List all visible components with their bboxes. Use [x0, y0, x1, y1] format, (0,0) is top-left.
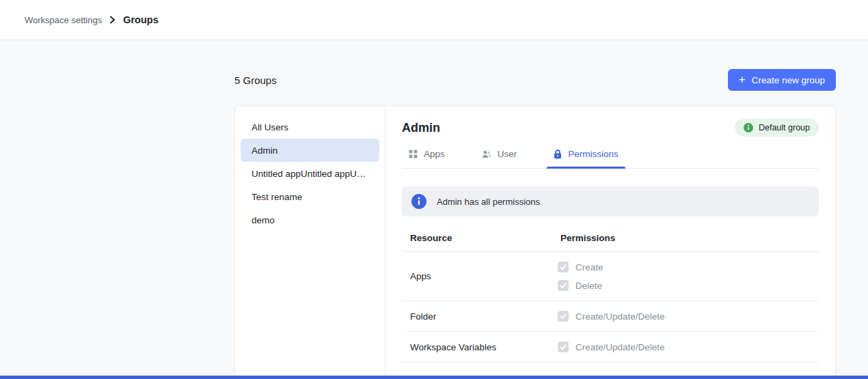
permission-folder-cud: Create/Update/Delete — [558, 311, 819, 322]
permissions-info-banner: Admin has all permissions — [402, 186, 819, 216]
breadcrumb-current-groups: Groups — [123, 14, 159, 25]
page-head: 5 Groups + Create new group — [234, 69, 836, 91]
group-title: Admin — [402, 121, 440, 135]
permission-checkbox-checked — [558, 280, 569, 291]
resource-label: Apps — [402, 271, 552, 281]
lock-icon — [554, 150, 562, 159]
permissions-table-header: Resource Permissions — [402, 227, 819, 252]
group-detail-head: Admin Default group — [402, 119, 819, 137]
apps-grid-icon — [409, 150, 418, 158]
groups-card: All Users Admin Untitled appUntitled app… — [234, 105, 836, 379]
group-item-all-users[interactable]: All Users — [241, 115, 379, 139]
tab-user[interactable]: User — [475, 145, 524, 168]
plus-icon: + — [739, 74, 746, 85]
default-group-badge-label: Default group — [759, 123, 810, 132]
groups-count-label: 5 Groups — [234, 74, 277, 86]
tab-user-label: User — [498, 149, 517, 159]
group-item-untitled-app[interactable]: Untitled appUntitled appUntitle… — [241, 162, 379, 185]
tab-permissions-label: Permissions — [568, 149, 619, 159]
permissions-table: Resource Permissions Apps Create — [402, 227, 819, 363]
create-new-group-button[interactable]: + Create new group — [728, 69, 836, 91]
column-header-resource: Resource — [402, 233, 552, 243]
resource-label: Workspace Variables — [402, 342, 552, 352]
group-list: All Users Admin Untitled appUntitled app… — [235, 106, 385, 379]
chevron-right-icon — [109, 16, 116, 24]
group-detail: Admin Default group Apps — [385, 106, 835, 379]
permission-label: Create/Update/Delete — [575, 311, 665, 322]
permission-checkbox-checked — [558, 262, 569, 272]
tab-apps-label: Apps — [424, 149, 445, 159]
tab-apps[interactable]: Apps — [402, 145, 452, 168]
permission-label: Create — [575, 262, 603, 272]
resource-label: Folder — [402, 311, 552, 322]
bottom-edge-bar — [0, 376, 868, 379]
breadcrumb: Workspace settings Groups — [25, 14, 159, 25]
group-item-admin[interactable]: Admin — [241, 139, 379, 162]
breadcrumb-workspace-settings[interactable]: Workspace settings — [25, 15, 102, 25]
permission-apps-create: Create — [558, 262, 819, 272]
topbar: Workspace settings Groups — [0, 0, 868, 40]
group-item-test-rename[interactable]: Test rename — [241, 185, 379, 208]
tabs: Apps User Permissions — [402, 145, 819, 169]
group-item-demo[interactable]: demo — [241, 208, 379, 231]
default-group-badge: Default group — [735, 119, 819, 137]
tab-permissions[interactable]: Permissions — [547, 145, 625, 168]
column-header-permissions: Permissions — [552, 233, 819, 243]
table-row-folder: Folder Create/Update/Delete — [402, 301, 819, 332]
permission-checkbox-checked — [558, 341, 569, 352]
permission-apps-delete: Delete — [558, 280, 819, 291]
permissions-info-text: Admin has all permissions — [437, 197, 540, 207]
create-new-group-label: Create new group — [752, 75, 825, 85]
permission-workspace-variables-cud: Create/Update/Delete — [558, 341, 819, 352]
table-row-apps: Apps Create Delete — [402, 252, 819, 301]
users-icon — [482, 150, 491, 158]
info-circle-icon — [411, 194, 426, 209]
groups-page: 5 Groups + Create new group All Users Ad… — [234, 69, 836, 379]
permission-checkbox-checked — [558, 311, 569, 322]
permission-label: Delete — [575, 281, 602, 291]
permission-label: Create/Update/Delete — [575, 342, 665, 352]
table-row-workspace-variables: Workspace Variables Create/Update/Delete — [402, 332, 819, 363]
info-icon — [744, 123, 753, 132]
